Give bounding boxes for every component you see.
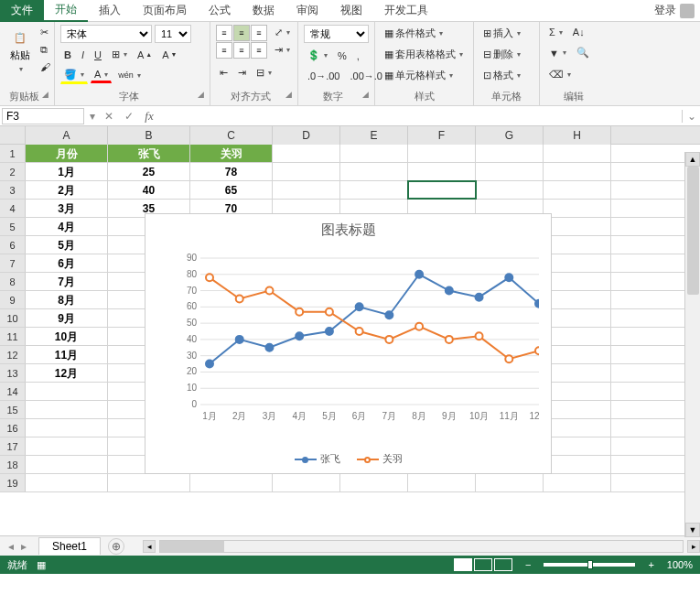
cell-B3[interactable]: 40 xyxy=(108,181,190,199)
cell-H4[interactable] xyxy=(544,200,611,217)
cell-A6[interactable]: 5月 xyxy=(26,236,108,254)
file-tab[interactable]: 文件 xyxy=(0,0,44,22)
hscroll-left-button[interactable]: ◂ xyxy=(143,540,156,553)
font-color-button[interactable]: A xyxy=(91,67,112,83)
align-center[interactable]: ≡ xyxy=(233,42,250,59)
align-right[interactable]: ≡ xyxy=(251,42,267,59)
cell-A1[interactable]: 月份 xyxy=(26,145,108,162)
phonetic-button[interactable]: wén xyxy=(114,69,145,81)
border-button[interactable]: ⊞ xyxy=(108,47,131,62)
horizontal-scrollbar[interactable] xyxy=(159,540,684,553)
delete-cells-button[interactable]: ⊟ 删除 xyxy=(479,46,533,63)
cut-button[interactable]: ✂ xyxy=(37,25,54,40)
zoom-in-button[interactable]: + xyxy=(644,559,657,570)
cell-H9[interactable] xyxy=(544,291,611,308)
cell-F1[interactable] xyxy=(408,145,476,162)
name-box[interactable] xyxy=(2,108,84,124)
formula-input[interactable] xyxy=(159,107,682,125)
cell-E3[interactable] xyxy=(340,181,408,199)
menu-tab-4[interactable]: 数据 xyxy=(242,0,285,22)
cell-G2[interactable] xyxy=(476,163,544,180)
font-name-select[interactable]: 宋体 xyxy=(60,25,152,43)
col-header-B[interactable]: B xyxy=(108,126,190,145)
font-launcher[interactable]: ◢ xyxy=(198,90,204,99)
menu-tab-0[interactable]: 开始 xyxy=(44,0,88,22)
zoom-thumb[interactable] xyxy=(587,560,593,569)
zoom-percent[interactable]: 100% xyxy=(667,559,693,570)
clipboard-launcher[interactable]: ◢ xyxy=(42,90,48,99)
cell-A2[interactable]: 1月 xyxy=(26,163,108,180)
cell-H1[interactable] xyxy=(544,145,611,162)
sheet-nav-first[interactable]: ◂ xyxy=(5,540,16,553)
cell-H13[interactable] xyxy=(544,364,611,382)
cell-D3[interactable] xyxy=(273,181,340,199)
scroll-up-button[interactable]: ▲ xyxy=(685,152,700,167)
format-painter-button[interactable]: 🖌 xyxy=(37,59,54,74)
cell-E2[interactable] xyxy=(340,163,408,180)
cell-D2[interactable] xyxy=(273,163,340,180)
cancel-formula-button[interactable]: ✕ xyxy=(99,107,119,125)
login-link[interactable]: 登录 xyxy=(649,3,700,18)
number-launcher[interactable]: ◢ xyxy=(362,90,369,99)
cell-H16[interactable] xyxy=(544,419,611,437)
cell-A3[interactable]: 2月 xyxy=(26,181,108,199)
cell-C3[interactable]: 65 xyxy=(190,181,273,199)
hscroll-right-button[interactable]: ▸ xyxy=(687,540,700,553)
cell-A5[interactable]: 4月 xyxy=(26,218,108,235)
align-middle[interactable]: ≡ xyxy=(233,25,250,41)
decrease-indent-button[interactable]: ⇤ xyxy=(216,65,232,81)
cell-A8[interactable]: 7月 xyxy=(26,273,108,290)
row-header-8[interactable]: 8 xyxy=(0,273,26,290)
row-header-2[interactable]: 2 xyxy=(0,163,26,180)
cell-styles-button[interactable]: ▦ 单元格样式 xyxy=(381,67,468,84)
cell-F3[interactable] xyxy=(408,181,476,199)
cell-F19[interactable] xyxy=(408,474,476,491)
row-header-6[interactable]: 6 xyxy=(0,236,26,254)
row-header-11[interactable]: 11 xyxy=(0,328,26,345)
chart-plot-area[interactable]: 01020304050607080901月2月3月4月5月6月7月8月9月10月… xyxy=(182,247,539,421)
cell-H8[interactable] xyxy=(544,273,611,290)
cell-D1[interactable] xyxy=(273,145,340,162)
number-format-select[interactable]: 常规 xyxy=(304,25,369,43)
cell-C19[interactable] xyxy=(190,474,273,491)
cell-B19[interactable] xyxy=(108,474,190,491)
macro-record-icon[interactable]: ▦ xyxy=(37,559,46,571)
cell-H3[interactable] xyxy=(544,181,611,199)
increase-decimal-button[interactable]: .0→.00 xyxy=(304,69,343,83)
clear-button[interactable]: ⌫ xyxy=(545,67,575,82)
expand-formula-bar[interactable]: ⌄ xyxy=(682,110,700,123)
comma-button[interactable]: , xyxy=(353,49,363,63)
col-header-C[interactable]: C xyxy=(190,126,273,145)
orientation-button[interactable]: ⤢ xyxy=(271,25,294,40)
decrease-font-button[interactable]: A▼ xyxy=(158,48,180,62)
cell-E1[interactable] xyxy=(340,145,408,162)
font-size-select[interactable]: 11 xyxy=(155,25,191,43)
cell-H19[interactable] xyxy=(544,474,611,491)
table-format-button[interactable]: ▦ 套用表格格式 xyxy=(381,46,468,63)
row-header-1[interactable]: 1 xyxy=(0,145,26,162)
cell-G3[interactable] xyxy=(476,181,544,199)
cell-E19[interactable] xyxy=(340,474,408,491)
legend-item[interactable]: 关羽 xyxy=(357,452,403,466)
legend-item[interactable]: 张飞 xyxy=(295,452,340,466)
cell-D19[interactable] xyxy=(273,474,340,491)
percent-button[interactable]: % xyxy=(334,49,350,63)
cell-A16[interactable] xyxy=(26,419,108,437)
col-header-H[interactable]: H xyxy=(544,126,611,145)
cell-H6[interactable] xyxy=(544,236,611,254)
row-header-12[interactable]: 12 xyxy=(0,346,26,363)
cell-H18[interactable] xyxy=(544,456,611,473)
page-break-view-button[interactable] xyxy=(494,558,512,571)
select-all-corner[interactable] xyxy=(0,126,26,144)
row-header-3[interactable]: 3 xyxy=(0,181,26,199)
italic-button[interactable]: I xyxy=(78,48,88,62)
hscroll-thumb[interactable] xyxy=(160,541,224,552)
chart-legend[interactable]: 张飞关羽 xyxy=(145,452,551,466)
cell-A7[interactable]: 6月 xyxy=(26,254,108,272)
col-header-A[interactable]: A xyxy=(26,126,108,145)
insert-cells-button[interactable]: ⊞ 插入 xyxy=(479,25,533,42)
col-header-D[interactable]: D xyxy=(273,126,340,145)
row-header-9[interactable]: 9 xyxy=(0,291,26,308)
col-header-F[interactable]: F xyxy=(408,126,476,145)
cell-A14[interactable] xyxy=(26,383,108,400)
